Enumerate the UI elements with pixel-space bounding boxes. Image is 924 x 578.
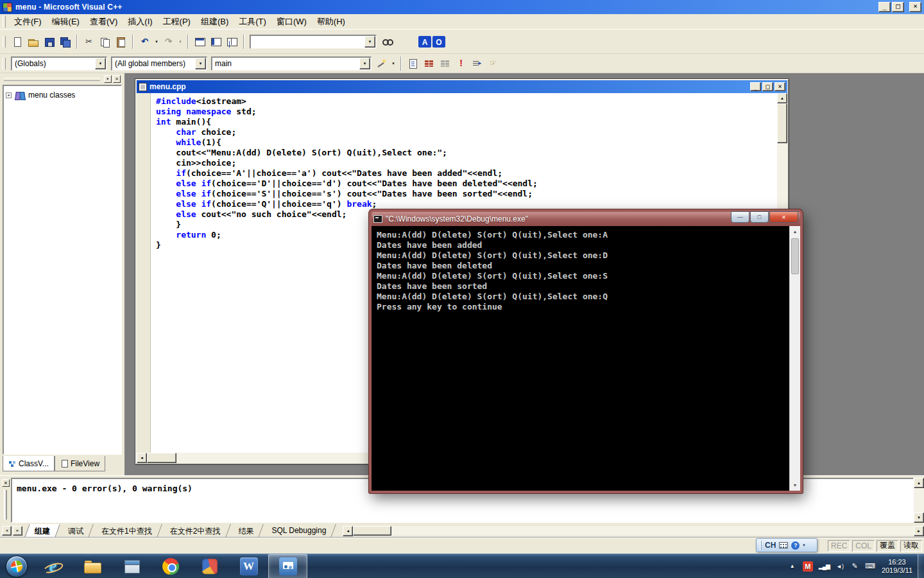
tray-network-icon[interactable]: ▂▄▆ — [819, 561, 830, 572]
scroll-down-icon[interactable]: ▼ — [914, 512, 924, 523]
scroll-left-icon[interactable]: ◄ — [137, 453, 147, 463]
scroll-thumb[interactable] — [147, 453, 176, 463]
tree-expand-icon[interactable]: + — [6, 92, 12, 98]
langbar-options-icon[interactable]: ▾ — [803, 543, 805, 548]
scroll-up-icon[interactable]: ▲ — [777, 93, 787, 103]
members-combo[interactable]: (All global members)▼ — [111, 57, 207, 71]
taskbar-app-word[interactable]: W — [229, 554, 268, 578]
tray-expand-icon[interactable]: ▲ — [788, 561, 797, 572]
scroll-track[interactable] — [914, 488, 924, 512]
console-scrollbar[interactable]: ▲ ▼ — [789, 226, 800, 491]
minimize-button[interactable]: _ — [878, 2, 891, 12]
tray-m-app-icon[interactable]: M — [803, 561, 813, 572]
taskbar-app-app-window[interactable] — [112, 554, 151, 578]
wizard-action-button[interactable] — [373, 56, 389, 71]
tree-root-row[interactable]: + menu classes — [6, 91, 119, 100]
cut-button[interactable] — [81, 34, 97, 49]
menu-item-1[interactable]: 文件(F) — [9, 14, 47, 30]
dropdown-arrow-icon[interactable]: ▼ — [359, 58, 370, 69]
taskbar-app-internet-explorer[interactable]: e — [33, 554, 73, 578]
workspace-tab-1[interactable]: ClassV... — [3, 456, 55, 471]
stop-build-button[interactable] — [437, 56, 453, 71]
dropdown-arrow-icon[interactable]: ▼ — [364, 36, 375, 48]
output-close-button[interactable]: × — [2, 479, 10, 487]
maximize-button[interactable]: □ — [892, 2, 904, 12]
help-icon[interactable]: ? — [791, 541, 800, 550]
code-minimize-button[interactable]: _ — [750, 82, 761, 91]
undo-button[interactable] — [137, 34, 153, 49]
output-toggle-button[interactable] — [208, 34, 224, 49]
workspace-tab-2[interactable]: FileView — [55, 456, 105, 471]
scroll-track[interactable] — [790, 237, 800, 480]
scroll-down-icon[interactable]: ▼ — [790, 480, 800, 491]
tray-input-icon[interactable]: ⌨ — [865, 561, 875, 572]
scroll-thumb[interactable] — [353, 526, 391, 536]
menu-item-7[interactable]: 工具(T) — [234, 14, 271, 30]
output-dock-grip[interactable] — [4, 490, 7, 520]
code-window-titlebar[interactable]: menu.cpp _ □ × — [137, 80, 787, 93]
language-bar[interactable]: CH ? ▾ — [756, 538, 817, 552]
compile-button[interactable] — [405, 56, 421, 71]
open-file-button[interactable] — [25, 34, 41, 49]
console-titlebar[interactable]: "C:\Windows\system32\Debug\menu.exe" — □… — [372, 212, 800, 226]
tray-pen-icon[interactable]: ✎ — [850, 561, 859, 572]
wizard-action-button-dropdown[interactable]: ▼ — [389, 56, 397, 71]
scroll-left-icon[interactable]: ◄ — [343, 526, 353, 536]
workspace-dock-button[interactable]: ▪ — [104, 75, 112, 83]
menu-item-9[interactable]: 帮助(H) — [312, 14, 350, 30]
undo-button-dropdown[interactable]: ▼ — [153, 34, 160, 49]
output-tab-3[interactable]: 在文件1中查找 — [92, 524, 161, 538]
menu-item-3[interactable]: 查看(V) — [85, 14, 123, 30]
breakpoint-button[interactable] — [485, 56, 501, 71]
console-minimize-button[interactable]: — — [731, 211, 749, 223]
taskbar-app-chrome[interactable] — [151, 554, 190, 578]
output-vertical-scrollbar[interactable]: ▲ ▼ — [914, 478, 924, 523]
execute-button[interactable] — [453, 56, 469, 71]
code-restore-button[interactable]: □ — [762, 82, 773, 91]
menu-item-5[interactable]: 工程(P) — [158, 14, 196, 30]
keyboard-icon[interactable] — [779, 542, 788, 548]
taskbar-app-visual-cpp[interactable] — [190, 554, 229, 578]
console-maximize-button[interactable]: □ — [750, 211, 769, 223]
dropdown-arrow-icon[interactable]: ▼ — [195, 58, 206, 69]
scroll-up-icon[interactable]: ▲ — [790, 226, 800, 237]
letter-a-button[interactable]: A — [418, 36, 431, 48]
search-in-files-button[interactable] — [379, 34, 395, 49]
menu-item-6[interactable]: 组建(B) — [196, 14, 234, 30]
output-tab-4[interactable]: 在文件2中查找 — [161, 524, 230, 538]
new-file-button[interactable] — [9, 34, 25, 49]
input-language-label[interactable]: CH — [765, 541, 776, 550]
output-tab-6[interactable]: SQL Debugging — [262, 524, 335, 538]
output-horizontal-scrollbar[interactable]: ◄ ► — [343, 526, 924, 536]
taskbar-clock[interactable]: 16:23 2019/3/11 — [882, 558, 912, 575]
scroll-thumb[interactable] — [777, 103, 787, 143]
menubar-grip[interactable] — [3, 16, 6, 28]
redo-button[interactable] — [160, 34, 176, 49]
console-close-button[interactable]: × — [769, 211, 798, 223]
paste-button[interactable] — [113, 34, 129, 49]
dropdown-arrow-icon[interactable]: ▼ — [95, 58, 106, 69]
tabs-scroll-left-icon[interactable]: ◄ — [2, 526, 12, 536]
scroll-track[interactable] — [353, 526, 914, 536]
app-titlebar[interactable]: menu - Microsoft Visual C++ _ □ × — [0, 0, 924, 14]
taskbar-app-active-app[interactable] — [268, 554, 307, 578]
find-combo[interactable]: ▼ — [250, 35, 377, 49]
workspace-toggle-button[interactable] — [192, 34, 208, 49]
menu-item-8[interactable]: 窗口(W) — [271, 14, 312, 30]
scroll-up-icon[interactable]: ▲ — [914, 478, 924, 488]
start-button[interactable] — [6, 556, 28, 577]
console-output[interactable]: Menu:A(dd) D(elete) S(ort) Q(uit),Select… — [372, 226, 789, 491]
tree-root-label[interactable]: menu classes — [28, 91, 75, 100]
show-desktop-button[interactable] — [918, 554, 924, 578]
tabs-scroll-right-icon[interactable]: ► — [13, 526, 22, 536]
tray-volume-icon[interactable]: ◄) — [835, 561, 844, 572]
scroll-thumb[interactable] — [791, 238, 799, 274]
window-split-button[interactable] — [224, 34, 240, 49]
output-tab-1[interactable]: 组建 — [26, 524, 59, 538]
code-close-button[interactable]: × — [774, 82, 785, 91]
menu-item-4[interactable]: 插入(I) — [123, 14, 157, 30]
workspace-close-button[interactable]: × — [113, 75, 121, 83]
build-button[interactable] — [421, 56, 437, 71]
output-tab-5[interactable]: 结果 — [229, 524, 262, 538]
copy-button[interactable] — [97, 34, 113, 49]
